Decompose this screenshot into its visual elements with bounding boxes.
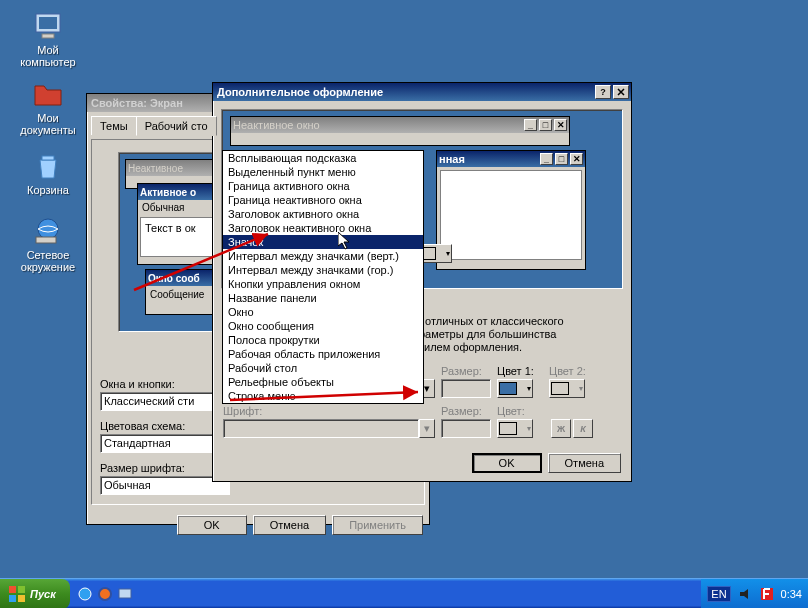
svg-point-13 bbox=[99, 588, 111, 600]
dropdown-item[interactable]: Окно bbox=[223, 305, 423, 319]
dropdown-item[interactable]: Рабочая область приложения bbox=[223, 347, 423, 361]
svg-rect-2 bbox=[42, 34, 54, 38]
tray-volume-icon[interactable] bbox=[737, 586, 753, 602]
close-icon: ✕ bbox=[570, 153, 583, 165]
desktop-icon-label: Моидокументы bbox=[20, 112, 76, 136]
cancel-button[interactable]: Отмена bbox=[548, 453, 621, 473]
color1-swatch[interactable]: ▾ bbox=[497, 379, 533, 398]
dropdown-item[interactable]: Заголовок активного окна bbox=[223, 207, 423, 221]
dropdown-item[interactable]: Полоса прокрутки bbox=[223, 333, 423, 347]
desktop-icon-label: Корзина bbox=[27, 184, 69, 196]
label-color-scheme: Цветовая схема: bbox=[100, 420, 230, 432]
ok-button[interactable]: OK bbox=[472, 453, 542, 473]
svg-rect-14 bbox=[119, 589, 131, 598]
dropdown-item[interactable]: Граница активного окна bbox=[223, 179, 423, 193]
ql-firefox-icon[interactable] bbox=[96, 583, 114, 605]
dropdown-item[interactable]: Строка меню bbox=[223, 389, 423, 403]
desktop-icon-my-computer[interactable]: Мойкомпьютер bbox=[18, 10, 78, 68]
svg-rect-15 bbox=[740, 592, 744, 596]
desktop-icon-network[interactable]: Сетевоеокружение bbox=[18, 215, 78, 273]
field-font-size bbox=[441, 419, 491, 438]
close-icon: ✕ bbox=[554, 119, 567, 131]
recycle-icon bbox=[32, 150, 64, 182]
max-icon: □ bbox=[555, 153, 568, 165]
folder-icon bbox=[32, 78, 64, 110]
label-color1: Цвет 1: bbox=[497, 365, 543, 377]
dropdown-item[interactable]: Рельефные объекты bbox=[223, 375, 423, 389]
ql-ie-icon[interactable] bbox=[76, 583, 94, 605]
desktop-icon-label: Мойкомпьютер bbox=[20, 44, 75, 68]
color2-swatch: ▾ bbox=[549, 379, 585, 398]
ok-button[interactable]: OK bbox=[177, 515, 247, 535]
svg-rect-8 bbox=[9, 586, 16, 593]
combo-font-size[interactable]: Обычная bbox=[100, 476, 230, 495]
window-title: Дополнительное оформление bbox=[217, 86, 383, 98]
quick-launch bbox=[76, 583, 134, 605]
close-button[interactable] bbox=[613, 85, 629, 99]
ql-desktop-icon[interactable] bbox=[116, 583, 134, 605]
combo-color-scheme[interactable]: Стандартная bbox=[100, 434, 230, 453]
svg-rect-5 bbox=[36, 237, 56, 243]
color1-value bbox=[499, 382, 517, 395]
dropdown-item[interactable]: Название панели bbox=[223, 291, 423, 305]
desktop-icon-recycle-bin[interactable]: Корзина bbox=[18, 150, 78, 196]
info-text: , отличных от классического раметры для … bbox=[419, 315, 619, 354]
clock[interactable]: 0:34 bbox=[781, 588, 802, 600]
dropdown-item[interactable]: Граница неактивного окна bbox=[223, 193, 423, 207]
svg-point-4 bbox=[38, 219, 58, 239]
svg-rect-10 bbox=[9, 595, 16, 602]
preview-suffix: нная bbox=[439, 153, 465, 165]
label-windows-buttons: Окна и кнопки: bbox=[100, 378, 230, 390]
desktop-icon-label: Сетевоеокружение bbox=[21, 249, 75, 273]
dropdown-item[interactable]: Выделенный пункт меню bbox=[223, 165, 423, 179]
computer-icon bbox=[32, 10, 64, 42]
label-font: Шрифт: bbox=[223, 405, 435, 417]
dropdown-item[interactable]: Заголовок неактивного окна bbox=[223, 221, 423, 235]
tray-antivirus-icon[interactable] bbox=[759, 586, 775, 602]
language-indicator[interactable]: EN bbox=[707, 586, 730, 602]
help-button[interactable]: ? bbox=[595, 85, 611, 99]
window-title: Свойства: Экран bbox=[91, 97, 183, 109]
dropdown-item[interactable]: Значок bbox=[223, 235, 423, 249]
svg-rect-3 bbox=[42, 156, 54, 160]
tab-desktop[interactable]: Рабочий сто bbox=[136, 116, 217, 136]
combo-font: ▾ bbox=[223, 419, 435, 438]
label-color2: Цвет 2: bbox=[549, 365, 595, 377]
field-size bbox=[441, 379, 491, 398]
network-icon bbox=[32, 215, 64, 247]
desktop-icon-my-documents[interactable]: Моидокументы bbox=[18, 78, 78, 136]
label-size: Размер: bbox=[441, 365, 491, 377]
svg-rect-9 bbox=[18, 586, 25, 593]
chevron-down-icon: ▾ bbox=[419, 419, 435, 438]
bold-button: Ж bbox=[551, 419, 571, 438]
apply-button[interactable]: Применить bbox=[332, 515, 423, 535]
combo-windows-buttons[interactable]: Классический сти bbox=[100, 392, 230, 411]
dropdown-item[interactable]: Всплывающая подсказка bbox=[223, 151, 423, 165]
svg-rect-1 bbox=[39, 17, 57, 29]
min-icon: _ bbox=[524, 119, 537, 131]
start-label: Пуск bbox=[30, 588, 56, 600]
cancel-button[interactable]: Отмена bbox=[253, 515, 326, 535]
start-button[interactable]: Пуск bbox=[0, 579, 70, 609]
dropdown-item[interactable]: Окно сообщения bbox=[223, 319, 423, 333]
max-icon: □ bbox=[539, 119, 552, 131]
preview-inactive-title: Неактивное окно bbox=[233, 119, 320, 131]
italic-button: К bbox=[573, 419, 593, 438]
cursor-icon bbox=[338, 232, 354, 252]
min-icon: _ bbox=[540, 153, 553, 165]
label-font-size: Размер шрифта: bbox=[100, 462, 230, 474]
system-tray: EN 0:34 bbox=[701, 579, 808, 609]
titlebar-advanced[interactable]: Дополнительное оформление ? bbox=[213, 83, 631, 101]
dropdown-item[interactable]: Интервал между значками (гор.) bbox=[223, 263, 423, 277]
font-color-swatch: ▾ bbox=[497, 419, 533, 438]
svg-point-12 bbox=[79, 588, 91, 600]
dropdown-item[interactable]: Интервал между значками (верт.) bbox=[223, 249, 423, 263]
label-color: Цвет: bbox=[497, 405, 543, 417]
dropdown-element-list[interactable]: Всплывающая подсказкаВыделенный пункт ме… bbox=[222, 150, 424, 404]
taskbar: Пуск EN 0:34 bbox=[0, 578, 808, 608]
dropdown-item[interactable]: Кнопки управления окном bbox=[223, 277, 423, 291]
tab-themes[interactable]: Темы bbox=[91, 116, 137, 135]
dropdown-item[interactable]: Рабочий стол bbox=[223, 361, 423, 375]
windows-logo-icon bbox=[8, 585, 26, 603]
label-size2: Размер: bbox=[441, 405, 491, 417]
